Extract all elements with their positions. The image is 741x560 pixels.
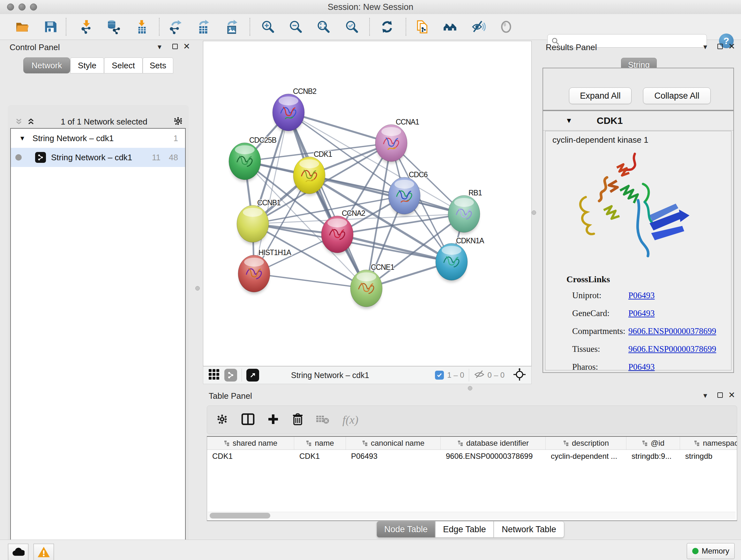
warning-button[interactable]: [33, 544, 54, 560]
results-panel-close-icon[interactable]: ✕: [728, 43, 735, 50]
scrollbar-thumb[interactable]: [210, 513, 270, 518]
network-canvas[interactable]: CCNB2CCNA1CDC25BCDK1CDC6RB1CCNB1CCNA2CDK…: [203, 41, 532, 366]
splitter-handle[interactable]: [532, 210, 536, 215]
refresh-icon[interactable]: [379, 18, 395, 35]
hidden-eye-icon[interactable]: [474, 369, 485, 381]
cell-canonical-name: P06493: [346, 450, 441, 462]
toolbar-separator: [406, 18, 406, 36]
table-panel-collapse-icon[interactable]: ▼: [702, 392, 709, 399]
open-in-window-icon[interactable]: [246, 369, 259, 381]
home-icon[interactable]: [442, 18, 459, 35]
network-node-label: HIST1H1A: [259, 248, 292, 257]
collapse-all-networks-icon[interactable]: [15, 118, 23, 126]
crosslink-tissues[interactable]: 9606.ENSP00000378699: [628, 344, 716, 354]
zoom-fit-icon[interactable]: [315, 18, 332, 35]
memory-button[interactable]: Memory: [687, 543, 735, 559]
table-row[interactable]: CDK1 CDK1 P06493 9606.ENSP00000378699 cy…: [207, 450, 737, 462]
function-builder-icon[interactable]: f(x): [342, 413, 358, 427]
table-panel-close-icon[interactable]: ✕: [728, 392, 735, 398]
open-folder-icon[interactable]: [14, 18, 30, 35]
network-edge[interactable]: [288, 112, 366, 288]
import-network-icon[interactable]: [78, 18, 95, 35]
results-panel-float-icon[interactable]: [718, 44, 723, 49]
share-document-icon[interactable]: [414, 18, 430, 35]
network-row-label: String Network – cdk1: [51, 152, 132, 163]
expand-all-networks-icon[interactable]: [27, 118, 35, 126]
delete-column-icon[interactable]: [291, 413, 304, 427]
tab-sets[interactable]: Sets: [143, 57, 173, 73]
crosshair-icon[interactable]: [513, 368, 526, 382]
gene-symbol: CDK1: [597, 115, 623, 126]
save-icon[interactable]: [42, 18, 59, 35]
network-selected-status: 1 of 1 Network selected: [35, 117, 173, 127]
export-image-icon[interactable]: [223, 18, 240, 35]
delete-table-icon[interactable]: [316, 414, 330, 426]
gene-header-row[interactable]: ▼ CDK1: [543, 111, 733, 131]
network-node-label: CDC6: [409, 171, 428, 179]
cloud-button[interactable]: [8, 544, 28, 560]
network-row-selected[interactable]: String Network – cdk1 11 48: [11, 148, 185, 167]
tree-expand-icon[interactable]: ▼: [19, 135, 25, 142]
hidden-counts: 0 – 0: [488, 371, 504, 380]
tab-network-table[interactable]: Network Table: [494, 521, 564, 538]
import-table-icon[interactable]: [133, 18, 150, 35]
selected-checkbox-icon[interactable]: [435, 371, 444, 380]
birdseye-grid-icon[interactable]: [208, 369, 220, 381]
column-header-namespace[interactable]: namespace: [680, 437, 737, 449]
main-toolbar: ?: [0, 14, 741, 40]
show-columns-icon[interactable]: [241, 413, 255, 427]
crosslinks-title: CrossLinks: [566, 274, 610, 285]
cell-id: stringdb:9...: [626, 450, 680, 462]
crosslink-uniprot[interactable]: P06493: [628, 291, 655, 300]
table-settings-gear-icon[interactable]: [216, 413, 228, 427]
selected-counts: 1 – 0: [447, 371, 464, 380]
column-header-name[interactable]: name: [294, 437, 346, 449]
table-panel-float-icon[interactable]: [718, 392, 723, 398]
network-node-label: CCNB2: [293, 87, 316, 96]
column-header-shared-name[interactable]: shared name: [207, 437, 294, 449]
export-table-icon[interactable]: [195, 18, 212, 35]
control-panel-float-icon[interactable]: [172, 44, 178, 49]
network-node-label: CDK1: [314, 150, 332, 159]
network-share-icon[interactable]: [224, 369, 237, 381]
crosslink-compartments[interactable]: 9606.ENSP00000378699: [628, 326, 716, 336]
column-header-id[interactable]: @id: [626, 437, 680, 449]
zoom-selected-icon[interactable]: [344, 18, 360, 35]
import-database-icon[interactable]: [105, 18, 122, 35]
export-network-icon[interactable]: [167, 18, 184, 35]
tab-edge-table[interactable]: Edge Table: [435, 521, 494, 538]
splitter-handle[interactable]: [195, 286, 200, 291]
node-gloss: [454, 198, 474, 207]
network-node-label: CCNE1: [371, 263, 394, 271]
network-node-label: RB1: [468, 189, 482, 197]
collapse-all-button[interactable]: Collapse All: [643, 87, 711, 104]
zoom-in-icon[interactable]: [260, 18, 276, 35]
network-options-gear-icon[interactable]: [173, 116, 183, 127]
column-header-description[interactable]: description: [546, 437, 626, 449]
tab-node-table[interactable]: Node Table: [377, 521, 435, 538]
tab-select[interactable]: Select: [104, 57, 143, 73]
network-list: ▼ String Network – cdk1 1 String Network…: [10, 128, 186, 560]
cell-database-identifier: 9606.ENSP00000378699: [441, 450, 546, 462]
control-panel-collapse-icon[interactable]: ▼: [156, 44, 163, 51]
horizontal-scrollbar[interactable]: [208, 512, 736, 519]
column-header-canonical-name[interactable]: canonical name: [346, 437, 441, 449]
crosslink-genecard[interactable]: P06493: [628, 308, 655, 318]
network-edge[interactable]: [254, 273, 366, 288]
tab-style[interactable]: Style: [70, 57, 104, 73]
results-panel-collapse-icon[interactable]: ▼: [702, 44, 709, 51]
gene-collapse-icon[interactable]: ▼: [565, 117, 572, 125]
node-gloss: [356, 272, 376, 281]
control-panel-close-icon[interactable]: ✕: [183, 43, 190, 50]
expand-all-button[interactable]: Expand All: [569, 87, 631, 104]
tab-network[interactable]: Network: [23, 57, 70, 73]
column-header-database-identifier[interactable]: database identifier: [441, 437, 546, 449]
toggle-visibility-icon[interactable]: [470, 18, 487, 35]
node-gloss: [279, 97, 298, 105]
preview-eye-icon[interactable]: [498, 18, 515, 35]
crosslink-pharos[interactable]: P06493: [628, 362, 655, 372]
add-column-icon[interactable]: [267, 413, 279, 427]
crosslink-label: Tissues:: [572, 344, 628, 354]
network-collection-row[interactable]: ▼ String Network – cdk1 1: [11, 129, 185, 148]
zoom-out-icon[interactable]: [287, 18, 304, 35]
